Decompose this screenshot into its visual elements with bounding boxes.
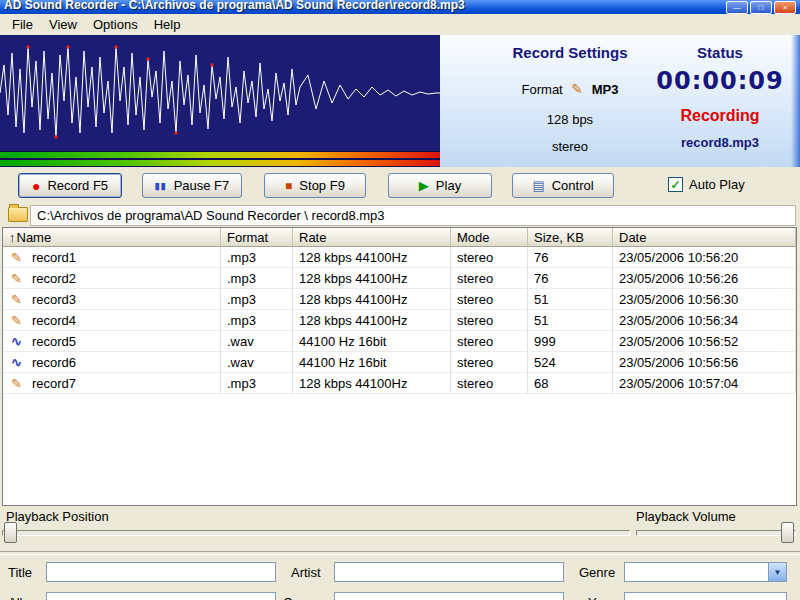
playback-volume-thumb[interactable] <box>781 522 794 543</box>
play-button[interactable]: ▶ Play <box>388 173 492 198</box>
minimize-icon: — <box>733 4 741 12</box>
column-header-rate[interactable]: Rate <box>293 228 451 247</box>
autoplay-checkbox[interactable]: ✓ <box>668 177 683 192</box>
current-path: C:\Archivos de programa\AD Sound Recorde… <box>30 205 796 226</box>
file-mode: stereo <box>451 373 528 394</box>
column-header-size[interactable]: Size, KB <box>528 228 613 247</box>
pause-button[interactable]: ▮▮ Pause F7 <box>142 173 242 198</box>
table-row[interactable]: ✎record7 .mp3 128 kbps 44100Hz stereo 68… <box>3 373 796 394</box>
file-format: .mp3 <box>221 289 293 310</box>
control-icon: ▤ <box>532 180 544 192</box>
file-name: record7 <box>32 376 76 391</box>
format-edit-icon[interactable]: ✎ <box>571 81 583 97</box>
control-button-label: Control <box>552 178 594 193</box>
file-size: 999 <box>528 331 613 352</box>
pause-button-label: Pause F7 <box>174 178 230 193</box>
column-header-format[interactable]: Format <box>221 228 293 247</box>
genre-dropdown[interactable]: ▼ <box>624 562 787 582</box>
level-meter-right-channel <box>0 160 440 166</box>
format-label: Format <box>522 82 563 97</box>
file-format: .wav <box>221 352 293 373</box>
playback-volume-label: Playback Volume <box>636 509 736 524</box>
file-rate: 128 kbps 44100Hz <box>293 247 451 268</box>
stop-button[interactable]: ■ Stop F9 <box>264 173 366 198</box>
playback-volume-slider[interactable] <box>636 530 796 536</box>
file-mode: stereo <box>451 247 528 268</box>
file-rate: 128 kbps 44100Hz <box>293 289 451 310</box>
status-heading: Status <box>660 44 780 61</box>
control-button[interactable]: ▤ Control <box>512 173 614 198</box>
file-size: 51 <box>528 289 613 310</box>
table-row[interactable]: ∿record5 .wav 44100 Hz 16bit stereo 999 … <box>3 331 796 352</box>
menu-view[interactable]: View <box>41 15 85 34</box>
mp3-file-icon: ✎ <box>11 314 22 327</box>
divider <box>0 551 800 555</box>
record-state: Recording <box>630 107 800 125</box>
table-row[interactable]: ✎record1 .mp3 128 kbps 44100Hz stereo 76… <box>3 247 796 268</box>
wav-file-icon: ∿ <box>11 356 22 369</box>
maximize-button[interactable]: □ <box>750 1 772 14</box>
menu-options[interactable]: Options <box>85 15 146 34</box>
record-button[interactable]: ● Record F5 <box>18 173 122 198</box>
file-size: 76 <box>528 268 613 289</box>
folder-icon <box>8 207 28 222</box>
play-button-label: Play <box>436 178 461 193</box>
year-label: Year <box>588 595 614 600</box>
minimize-button[interactable]: — <box>726 1 748 14</box>
level-meter-left-channel <box>0 152 440 158</box>
dropdown-arrow-button[interactable]: ▼ <box>768 563 786 581</box>
title-input[interactable] <box>46 562 276 582</box>
app-window: AD Sound Recorder - C:\Archivos de progr… <box>0 0 800 600</box>
column-header-mode[interactable]: Mode <box>451 228 528 247</box>
file-date: 23/05/2006 10:56:52 <box>613 331 796 352</box>
window-controls: — □ × <box>726 1 796 14</box>
menu-file[interactable]: File <box>4 15 41 34</box>
main-display: Record Settings Status Format ✎ MP3 128 … <box>0 35 800 167</box>
file-rate: 44100 Hz 16bit <box>293 352 451 373</box>
artist-label: Artist <box>291 565 321 580</box>
record-button-label: Record F5 <box>47 178 108 193</box>
file-rate: 128 kbps 44100Hz <box>293 373 451 394</box>
maximize-icon: □ <box>759 4 764 12</box>
file-list: ↑Name Format Rate Mode Size, KB Date ✎re… <box>2 227 797 506</box>
format-value: MP3 <box>592 82 619 97</box>
playback-position-slider[interactable] <box>2 530 630 536</box>
tag-form: Title Artist Genre ▼ Album Comment Year <box>0 558 800 600</box>
table-row[interactable]: ✎record2 .mp3 128 kbps 44100Hz stereo 76… <box>3 268 796 289</box>
column-header-date[interactable]: Date <box>613 228 796 247</box>
window-title: AD Sound Recorder - C:\Archivos de progr… <box>4 0 722 13</box>
file-date: 23/05/2006 10:56:56 <box>613 352 796 373</box>
playback-position-thumb[interactable] <box>4 522 17 543</box>
artist-input[interactable] <box>334 562 564 582</box>
file-date: 23/05/2006 10:57:04 <box>613 373 796 394</box>
file-name: record4 <box>32 313 76 328</box>
file-rate: 44100 Hz 16bit <box>293 331 451 352</box>
column-header-name[interactable]: ↑Name <box>3 228 221 247</box>
table-row[interactable]: ✎record3 .mp3 128 kbps 44100Hz stereo 51… <box>3 289 796 310</box>
file-date: 23/05/2006 10:56:34 <box>613 310 796 331</box>
file-date: 23/05/2006 10:56:30 <box>613 289 796 310</box>
title-label: Title <box>8 565 32 580</box>
file-format: .mp3 <box>221 247 293 268</box>
menu-bar: File View Options Help <box>0 14 800 35</box>
year-input[interactable] <box>624 592 787 600</box>
autoplay-label: Auto Play <box>689 177 745 192</box>
table-header: ↑Name Format Rate Mode Size, KB Date <box>3 228 796 247</box>
album-input[interactable] <box>46 592 276 600</box>
wav-file-icon: ∿ <box>11 335 22 348</box>
genre-label: Genre <box>579 565 615 580</box>
menu-help[interactable]: Help <box>146 15 189 34</box>
file-name: record2 <box>32 271 76 286</box>
stop-button-label: Stop F9 <box>299 178 345 193</box>
file-size: 51 <box>528 310 613 331</box>
comment-input[interactable] <box>334 592 564 600</box>
close-icon: × <box>783 4 788 12</box>
file-format: .mp3 <box>221 310 293 331</box>
file-date: 23/05/2006 10:56:20 <box>613 247 796 268</box>
playback-controls: Playback Position Playback Volume <box>0 508 800 550</box>
table-row[interactable]: ∿record6 .wav 44100 Hz 16bit stereo 524 … <box>3 352 796 373</box>
autoplay-option: ✓ Auto Play <box>668 177 745 192</box>
close-button[interactable]: × <box>774 1 796 14</box>
table-row[interactable]: ✎record4 .mp3 128 kbps 44100Hz stereo 51… <box>3 310 796 331</box>
pause-icon: ▮▮ <box>155 180 167 192</box>
